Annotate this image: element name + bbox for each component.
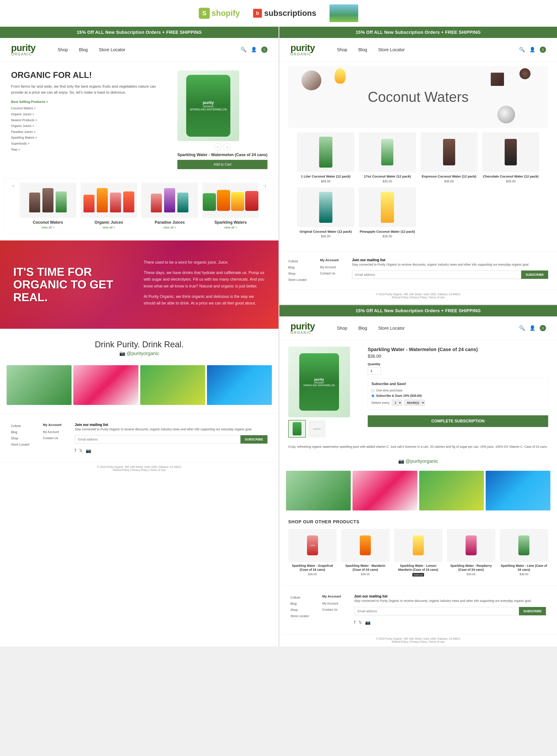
- insta-img-3[interactable]: [140, 365, 205, 405]
- nav-blog-detail[interactable]: Blog: [358, 326, 367, 331]
- thumb-1[interactable]: [288, 420, 306, 437]
- link-newest-products[interactable]: Newest Products >: [11, 117, 169, 123]
- facebook-icon-left[interactable]: f: [75, 448, 76, 453]
- footer-blog-mid-right[interactable]: Blog: [288, 264, 307, 270]
- footer-account-title-right: My Account: [322, 594, 341, 598]
- footer-contact-us-right[interactable]: Contact Us: [322, 607, 341, 613]
- footer-culture-right[interactable]: Culture: [290, 594, 309, 601]
- footer-shop-left[interactable]: Shop: [11, 435, 30, 442]
- newsletter-subscribe-right[interactable]: SUBSCRIBE: [519, 607, 546, 615]
- quantity-input[interactable]: [368, 367, 381, 375]
- newsletter-email-mid-right[interactable]: [352, 270, 521, 279]
- cat-view-all-0[interactable]: view all >: [20, 225, 76, 229]
- insta-img-4[interactable]: [207, 365, 272, 405]
- search-icon-detail[interactable]: 🔍: [519, 325, 525, 331]
- footer-store-locator-mid-right[interactable]: Store Locator: [288, 277, 307, 283]
- nav-blog-right[interactable]: Blog: [358, 47, 367, 52]
- nav-shop-left[interactable]: Shop: [58, 47, 68, 52]
- footer-shop-mid-right[interactable]: Shop: [288, 270, 307, 277]
- insta-right-4[interactable]: [486, 471, 550, 511]
- cat-view-all-1[interactable]: view all >: [81, 225, 137, 229]
- facebook-icon-right[interactable]: f: [354, 620, 356, 625]
- instagram-icon-footer-left[interactable]: 📷: [86, 448, 91, 453]
- link-paradise-juices[interactable]: Paradise Juices >: [11, 129, 169, 135]
- nav-links-left: Shop Blog Store Locator: [58, 47, 125, 52]
- footer-store-locator-left[interactable]: Store Locator: [11, 442, 30, 448]
- instagram-handle-left[interactable]: 📷 @purityorganic: [7, 351, 272, 356]
- category-next-arrow[interactable]: ›: [263, 183, 267, 189]
- footer-store-locator-right[interactable]: Store Locator: [290, 613, 309, 619]
- other-product-img-1[interactable]: [341, 529, 389, 562]
- insta-right-2[interactable]: [352, 471, 417, 511]
- footer-my-account-left[interactable]: My Account: [43, 429, 61, 435]
- footer-culture-mid-right[interactable]: Culture: [288, 258, 307, 264]
- best-selling-label[interactable]: Best Selling Products >: [11, 100, 169, 103]
- other-product-img-4[interactable]: [500, 529, 548, 562]
- category-prev-arrow[interactable]: ‹: [11, 183, 15, 189]
- newsletter-subscribe-mid-right[interactable]: SUBSCRIBE: [521, 270, 548, 279]
- other-product-img-2[interactable]: [394, 529, 442, 562]
- link-coconut-waters[interactable]: Coconut Waters >: [11, 105, 169, 111]
- link-organic-juices[interactable]: Organic Juices >: [11, 111, 169, 117]
- footer-shop-right[interactable]: Shop: [290, 607, 309, 613]
- link-organic-juices-2[interactable]: Organic Juices >: [11, 123, 169, 129]
- footer-culture-left[interactable]: Culture: [11, 423, 30, 429]
- search-icon-right[interactable]: 🔍: [519, 47, 525, 53]
- insta-img-1[interactable]: [7, 365, 71, 405]
- nav-store-locator-right[interactable]: Store Locator: [378, 47, 405, 52]
- insta-right-1[interactable]: [286, 471, 351, 511]
- category-sparkling-img: [202, 183, 259, 218]
- account-icon-right[interactable]: 👤: [529, 47, 535, 53]
- footer-my-account-right[interactable]: My Account: [322, 600, 341, 607]
- shopify-icon: S: [199, 8, 210, 19]
- cat-view-all-2[interactable]: view all >: [142, 225, 198, 229]
- nav-left: purity ORGANIC Shop Blog Store Locator 🔍…: [0, 38, 278, 62]
- deliver-unit-select[interactable]: Month(s) Week(s): [404, 400, 425, 406]
- account-icon-left[interactable]: 👤: [251, 47, 257, 53]
- cart-icon-detail[interactable]: 0: [540, 325, 546, 331]
- complete-subscription-button[interactable]: COMPLETE SUBSCRIPTION: [368, 415, 548, 427]
- newsletter-email-left[interactable]: [75, 435, 240, 444]
- nav-store-locator-left[interactable]: Store Locator: [99, 47, 125, 52]
- cat-view-all-3[interactable]: view all >: [202, 225, 259, 229]
- logo-detail: purity ORGANIC: [290, 322, 315, 334]
- twitter-icon-right[interactable]: 𝕏: [358, 620, 362, 625]
- other-product-3: Sparkling Water - Raspberry (Case of 24 …: [447, 529, 495, 576]
- one-time-option[interactable]: One-time purchase: [372, 389, 545, 392]
- subscribe-option[interactable]: Subscribe & Save 15% ($30.60): [372, 394, 545, 397]
- insta-img-2[interactable]: [73, 365, 138, 405]
- next-product-arrow[interactable]: ›: [224, 143, 231, 150]
- can-organic-label: ORGANIC: [203, 105, 214, 108]
- thumb-2[interactable]: nutrition: [308, 420, 326, 437]
- other-product-img-0[interactable]: purity: [288, 529, 336, 562]
- footer-contact-us-mid-right[interactable]: Contact Us: [320, 270, 339, 276]
- cart-icon-left[interactable]: 0: [261, 47, 267, 53]
- footer-blog-right[interactable]: Blog: [290, 601, 309, 607]
- prev-product-arrow[interactable]: ‹: [214, 143, 221, 150]
- nav-shop-detail[interactable]: Shop: [337, 326, 347, 331]
- coconut-deco-2: [497, 106, 515, 123]
- footer-my-account-mid-right[interactable]: My Account: [320, 264, 339, 270]
- add-to-cart-button[interactable]: Add to Cart: [177, 160, 267, 169]
- other-product-img-3[interactable]: [447, 529, 495, 562]
- newsletter-subscribe-left[interactable]: SUBSCRIBE: [240, 435, 267, 444]
- account-icon-detail[interactable]: 👤: [529, 325, 535, 331]
- cart-icon-right[interactable]: 0: [540, 47, 546, 53]
- instagram-icon-footer-right[interactable]: 📷: [365, 620, 371, 625]
- link-superfoods[interactable]: Superfoods >: [11, 141, 169, 147]
- one-time-radio[interactable]: [372, 389, 374, 392]
- subscribe-radio[interactable]: [372, 394, 374, 397]
- insta-right-3[interactable]: [419, 471, 484, 511]
- footer-contact-us-left[interactable]: Contact Us: [43, 435, 61, 441]
- twitter-icon-left[interactable]: 𝕏: [79, 448, 83, 453]
- link-teas[interactable]: Teas >: [11, 147, 169, 153]
- search-icon-left[interactable]: 🔍: [240, 47, 246, 53]
- link-sparkling-waters[interactable]: Sparkling Waters >: [11, 135, 169, 141]
- nav-shop-right[interactable]: Shop: [337, 47, 347, 52]
- nav-blog-left[interactable]: Blog: [79, 47, 88, 52]
- nav-store-locator-detail[interactable]: Store Locator: [378, 326, 405, 331]
- deliver-frequency-select[interactable]: 1 2 3: [392, 400, 402, 406]
- footer-blog-left[interactable]: Blog: [11, 429, 30, 435]
- instagram-handle-right[interactable]: 📷 @purityorganic: [286, 458, 550, 464]
- newsletter-email-right[interactable]: [354, 607, 519, 615]
